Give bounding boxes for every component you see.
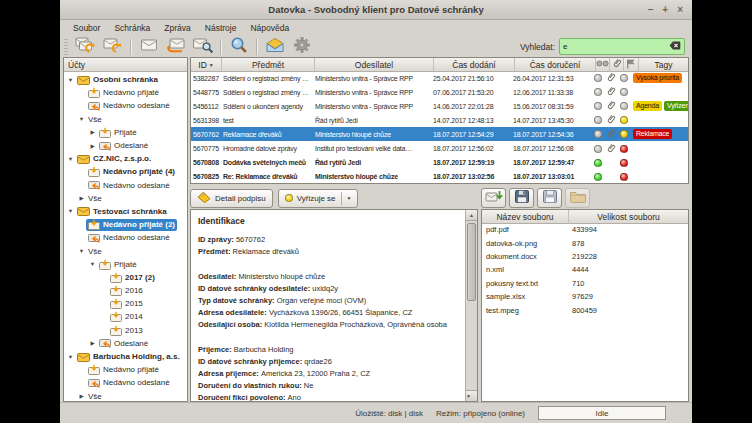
process-status-dropdown[interactable]: Vyřizuje se ▼ [278, 189, 359, 208]
search-label: Vyhledat: [520, 42, 555, 52]
expander-icon[interactable]: ▼ [66, 208, 75, 214]
menubar-item-schranka[interactable]: Schránka [109, 22, 155, 34]
column-header-sender[interactable]: Odesílatel [315, 58, 434, 72]
attachment-row-dokument-docx[interactable]: dokument.docx219228 [482, 250, 688, 263]
save-all-attachments-button[interactable] [509, 188, 534, 208]
tree-item-nedavno-odeslane[interactable]: Nedávno odeslané [64, 231, 187, 244]
close-button[interactable]: × [677, 5, 683, 15]
signature-detail-button[interactable]: Detail podpisu [190, 189, 273, 208]
tree-item-2017-2[interactable]: 2017 (2) [64, 271, 187, 284]
save-attachment-as-button[interactable] [537, 188, 562, 208]
scroll-up-icon[interactable]: ▲ [466, 210, 477, 221]
search-input[interactable] [563, 42, 669, 51]
tree-item-label: Nedávno přijaté (2) [103, 220, 175, 229]
tree-item-nedavno-prijate[interactable]: Nedávno přijaté [64, 363, 187, 376]
column-header-attachment[interactable] [610, 58, 624, 72]
column-header-read-status[interactable] [596, 58, 610, 72]
tree-item-cz-nic-z-s-p-o[interactable]: ▼CZ.NIC, z.s.p.o. [64, 152, 187, 165]
open-attachment-button[interactable] [565, 188, 590, 208]
column-header-file-name[interactable]: Název souboru [482, 210, 569, 224]
attachment-row-n-xml[interactable]: n.xml4444 [482, 263, 688, 276]
menubar-item-soubor[interactable]: Soubor [68, 22, 105, 34]
tree-item-vse[interactable]: ▶Vše [64, 192, 187, 205]
message-row-5670775[interactable]: 5670775Hromadné datové zprávyInstitut pr… [191, 141, 688, 155]
tree-item-odeslane[interactable]: ▶Odeslané [64, 139, 187, 152]
minimize-button[interactable]: – [648, 5, 654, 15]
attachments-pane: Název souboru Velikost souboru pdf.pdf43… [481, 209, 689, 402]
message-row-5670825[interactable]: 5670825Re: Reklamace dřevákůMinisterstvo… [191, 170, 688, 183]
tree-item-vse[interactable]: ▼Vše [64, 113, 187, 126]
toolbar-drag-handle[interactable] [64, 39, 68, 55]
menubar-item-napoveda[interactable]: Nápověda [245, 22, 294, 34]
tree-item-vse[interactable]: ▼Vše [64, 244, 187, 257]
expander-icon[interactable]: ▶ [77, 393, 86, 399]
tree-item-2016[interactable]: 2016 [64, 284, 187, 297]
menubar-item-nastroje[interactable]: Nástroje [200, 22, 242, 34]
expander-icon[interactable]: ▶ [77, 195, 86, 201]
tree-item-nedavno-odeslane[interactable]: Nedávno odeslané [64, 376, 187, 389]
titlebar: Datovka - Svobodný klient pro Datové sch… [60, 0, 692, 20]
column-header-subject[interactable]: Předmět [222, 58, 315, 72]
expander-icon[interactable]: ▼ [66, 354, 75, 360]
tree-item-prijate[interactable]: ▼Přijaté [64, 258, 187, 271]
settings-button[interactable] [289, 36, 314, 57]
tree-item-2014[interactable]: 2014 [64, 310, 187, 323]
read-status-ball [591, 170, 604, 183]
attachment-row-sample-xlsx[interactable]: sample.xlsx97629 [482, 290, 688, 303]
verify-message-button[interactable] [190, 36, 215, 57]
tree-item-prijate[interactable]: ▶Přijaté [64, 126, 187, 139]
reply-button[interactable] [163, 36, 188, 57]
expander-icon[interactable]: ▶ [88, 129, 97, 135]
message-row-5670808[interactable]: 5670808Dodávka světelných mečůŘád rytířů… [191, 156, 688, 170]
maximize-button[interactable]: + [662, 5, 668, 15]
search-message-button[interactable] [226, 36, 251, 57]
save-attachment-button[interactable] [481, 188, 506, 208]
expander-icon[interactable]: ▼ [66, 156, 75, 162]
message-row-5448775[interactable]: 5448775Sdělení o registraci změny …Minis… [191, 85, 688, 99]
sync-all-accounts-button[interactable] [73, 36, 98, 57]
scrollbar-thumb[interactable] [467, 223, 476, 301]
column-header-delivery-time[interactable]: Čas dodání [434, 58, 515, 72]
tree-item-nedavno-prijate-2[interactable]: Nedávno přijaté (2) [64, 218, 187, 231]
expander-icon[interactable]: ▼ [66, 77, 75, 83]
process-status-ball [617, 170, 631, 183]
process-status-ball [617, 127, 631, 141]
expander-icon[interactable]: ▶ [88, 143, 97, 149]
message-row-5631398[interactable]: 5631398testŘád rytířů Jedi14.07.2017 12:… [191, 113, 688, 127]
column-header-acceptance-time[interactable]: Čas doručení [515, 58, 596, 72]
tree-item-label: 2017 (2) [125, 273, 155, 282]
expander-icon[interactable]: ▼ [77, 248, 86, 254]
attachment-row-pokusny-text-txt[interactable]: pokusný text.txt710 [482, 277, 688, 290]
column-header-process-status[interactable] [624, 58, 639, 72]
column-header-tags[interactable]: Tagy [639, 58, 688, 72]
column-header-file-size[interactable]: Velikost souboru [569, 210, 688, 224]
tree-item-2013[interactable]: 2013 [64, 324, 187, 337]
message-row-5670762[interactable]: 5670762Reklamace dřevákůMinisterstvo hlo… [191, 127, 688, 141]
tree-item-nedavno-odeslane[interactable]: Nedávno odeslané [64, 99, 187, 112]
sync-account-button[interactable] [100, 36, 125, 57]
scroll-down-icon[interactable]: ▼ [466, 390, 477, 401]
detail-scrollbar[interactable]: ▲ ▼ [465, 210, 477, 401]
message-row-5382287[interactable]: 5382287Sdělení o registraci změny …Minis… [191, 71, 688, 85]
tree-item-vse[interactable]: ▶Vše [64, 390, 187, 402]
tree-item-nedavno-prijate[interactable]: Nedávno přijaté [64, 86, 187, 99]
tree-item-osobni-schranka[interactable]: ▼Osobní schránka [64, 73, 187, 86]
attachment-row-pdf-pdf[interactable]: pdf.pdf433994 [482, 223, 688, 236]
attachment-row-test-mpeg[interactable]: test.mpeg800459 [482, 303, 688, 316]
expander-icon[interactable]: ▼ [77, 116, 86, 122]
tree-item-2015[interactable]: 2015 [64, 297, 187, 310]
clear-search-icon[interactable] [669, 41, 681, 52]
menubar-item-zprava[interactable]: Zpráva [159, 22, 195, 34]
expander-icon[interactable]: ▼ [88, 261, 97, 267]
expander-icon[interactable]: ▶ [88, 340, 97, 346]
tree-item-testovaci-schranka[interactable]: ▼Testovací schránka [64, 205, 187, 218]
new-message-button[interactable] [136, 36, 161, 57]
tree-item-nedavno-odeslane[interactable]: Nedávno odeslané [64, 179, 187, 192]
tree-item-barbucha-holding-a-s[interactable]: ▼Barbucha Holding, a.s. [64, 350, 187, 363]
tree-item-odeslane[interactable]: ▶Odeslané [64, 337, 187, 350]
tree-item-nedavno-prijate-4[interactable]: Nedávno přijaté (4) [64, 165, 187, 178]
column-header-id[interactable]: ID▼ [191, 58, 222, 72]
attachment-row-datovka-ok-png[interactable]: datovka-ok.png878 [482, 236, 688, 249]
message-row-5456112[interactable]: 5456112Sdělení o ukončení agendyMinister… [191, 99, 688, 113]
send-message-button[interactable] [262, 36, 287, 57]
